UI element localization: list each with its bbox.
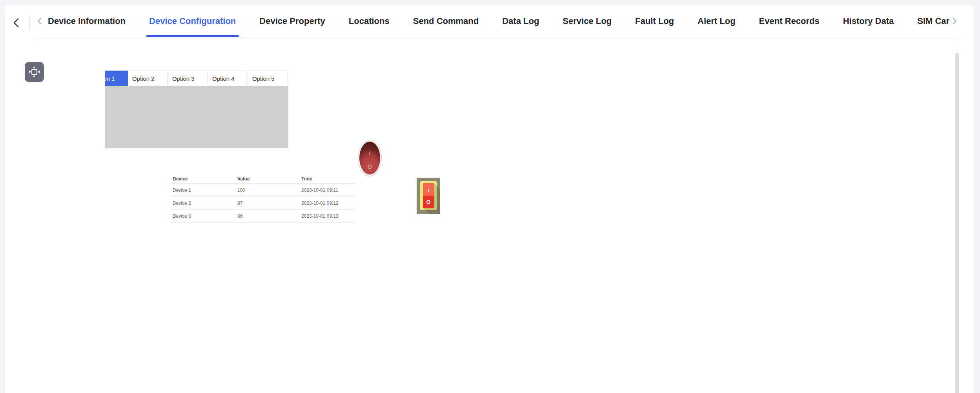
switch-off-marker: O bbox=[426, 199, 431, 205]
options-tabs-widget: Option 1 Option 2 Option 3 Option 4 Opti… bbox=[105, 71, 288, 148]
rocker-switch-toggle: I O bbox=[423, 183, 434, 208]
option-tab-4[interactable]: Option 4 bbox=[208, 71, 248, 86]
chevron-left-icon bbox=[37, 18, 42, 25]
chevron-right-icon bbox=[953, 18, 957, 25]
back-button[interactable] bbox=[11, 18, 21, 28]
move-handle-button[interactable] bbox=[25, 62, 44, 82]
tab-history-data[interactable]: History Data bbox=[842, 5, 895, 38]
dashboard-canvas: Option 1 Option 2 Option 3 Option 4 Opti… bbox=[5, 38, 974, 393]
table-header-row: Device Value Time bbox=[171, 175, 355, 184]
cell-value: 100 bbox=[235, 184, 299, 196]
table-row: Device 2 87 2023-10-01 09:12 bbox=[171, 196, 355, 209]
options-content-panel bbox=[105, 86, 288, 148]
cell-value: 86 bbox=[235, 209, 299, 222]
tab-list: Device Information Device Configuration … bbox=[47, 5, 950, 38]
tabs-scroll-left-button[interactable] bbox=[35, 16, 44, 26]
rocker-on-half: I bbox=[423, 183, 434, 196]
cell-device: Device 3 bbox=[171, 209, 235, 222]
tab-alert-log[interactable]: Alert Log bbox=[697, 5, 736, 38]
tab-header: Device Information Device Configuration … bbox=[5, 5, 974, 38]
table-row: Device 3 86 2023-10-01 09:13 bbox=[171, 209, 355, 222]
device-values-table: Device Value Time Device 1 100 2023-10-0… bbox=[171, 175, 355, 223]
rocker-off-half: O bbox=[423, 196, 434, 208]
header-divider bbox=[29, 15, 30, 30]
tab-service-log[interactable]: Service Log bbox=[562, 5, 612, 38]
switch-on-marker: I bbox=[428, 187, 429, 193]
table-row: Device 1 100 2023-10-01 09:11 bbox=[171, 184, 355, 196]
options-tab-strip: Option 1 Option 2 Option 3 Option 4 Opti… bbox=[105, 71, 288, 86]
option-tab-5[interactable]: Option 5 bbox=[248, 71, 288, 86]
tab-device-configuration[interactable]: Device Configuration bbox=[148, 5, 237, 38]
cell-device: Device 1 bbox=[171, 184, 235, 196]
option-tab-3[interactable]: Option 3 bbox=[168, 71, 208, 86]
oval-rocker-switch[interactable]: I O bbox=[358, 140, 381, 176]
tab-device-information[interactable]: Device Information bbox=[47, 5, 126, 38]
chevron-left-icon bbox=[13, 18, 19, 27]
column-header-device: Device bbox=[171, 175, 235, 184]
tab-event-records[interactable]: Event Records bbox=[758, 5, 820, 38]
cell-time: 2023-10-01 09:11 bbox=[299, 184, 355, 196]
content-card: Device Information Device Configuration … bbox=[5, 5, 974, 393]
tab-data-log[interactable]: Data Log bbox=[501, 5, 540, 38]
option-tab-2[interactable]: Option 2 bbox=[128, 71, 168, 86]
tab-send-command[interactable]: Send Command bbox=[412, 5, 479, 38]
column-header-value: Value bbox=[235, 175, 299, 184]
rocker-switch[interactable]: I O bbox=[417, 178, 440, 214]
switch-on-marker: I bbox=[359, 150, 380, 156]
column-header-time: Time bbox=[299, 175, 355, 184]
tab-sim-card[interactable]: SIM Card bbox=[916, 5, 950, 38]
cell-time: 2023-10-01 09:12 bbox=[299, 196, 355, 209]
cell-time: 2023-10-01 09:13 bbox=[299, 209, 355, 222]
vertical-scrollbar[interactable] bbox=[955, 53, 959, 393]
tab-locations[interactable]: Locations bbox=[348, 5, 390, 38]
tabs-scroll-right-button[interactable] bbox=[950, 16, 959, 26]
option-tab-1[interactable]: Option 1 bbox=[105, 71, 128, 86]
tab-nav: Device Information Device Configuration … bbox=[35, 5, 959, 38]
cell-device: Device 2 bbox=[171, 196, 235, 209]
move-icon bbox=[29, 67, 39, 77]
cell-value: 87 bbox=[235, 196, 299, 209]
tab-fault-log[interactable]: Fault Log bbox=[634, 5, 675, 38]
tab-device-property[interactable]: Device Property bbox=[259, 5, 326, 38]
switch-off-marker: O bbox=[359, 164, 380, 170]
